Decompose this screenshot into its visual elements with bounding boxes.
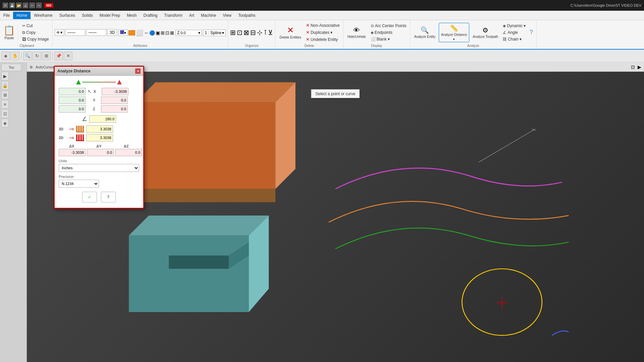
- y-end-input[interactable]: [101, 97, 128, 104]
- point-dropdown[interactable]: ✛ ▾: [55, 29, 64, 36]
- endpoints-icon: ◈: [371, 30, 374, 35]
- dist-2d-input[interactable]: [86, 134, 113, 141]
- org-icon2[interactable]: ⊡: [237, 28, 243, 37]
- attr-icon3: ▣: [156, 30, 160, 36]
- line-width-dropdown[interactable]: ——: [86, 29, 106, 36]
- z-input[interactable]: [180, 31, 197, 35]
- analyze-toolpath-button[interactable]: ⚙ Analyze Toolpath: [471, 25, 500, 40]
- z-start-input[interactable]: [59, 105, 86, 113]
- viewport[interactable]: ⊕ AutoCursor ▾ ⊕ ✛ ⊙ ⊞ ⊡ ▶: [27, 62, 644, 362]
- z-chevron[interactable]: ▾: [198, 31, 200, 35]
- hide-unhide-button[interactable]: 👁 Hide/Unhide: [345, 25, 368, 40]
- cursor-btn5[interactable]: ⊡: [631, 64, 635, 70]
- org-icon7[interactable]: ⊻: [268, 28, 273, 37]
- tb-fit[interactable]: ⊞: [42, 52, 51, 60]
- cut-button[interactable]: ✂ Cut: [21, 23, 50, 29]
- menu-surfaces[interactable]: Surfaces: [56, 12, 78, 19]
- delta-x-input[interactable]: [59, 149, 86, 156]
- tb-pan[interactable]: ✋: [11, 52, 19, 60]
- menu-transform[interactable]: Transform: [161, 12, 186, 19]
- chain-chevron: ▾: [520, 37, 522, 42]
- ok-button[interactable]: ✓: [82, 192, 97, 202]
- precision-select[interactable]: N.1234 N.12 N.123: [59, 180, 99, 188]
- help-button[interactable]: ?: [528, 28, 534, 37]
- org-icon5[interactable]: ⊹: [257, 28, 263, 37]
- line-style-dropdown[interactable]: ——: [65, 29, 85, 36]
- delete-entities-button[interactable]: ✕ Delete Entities: [277, 24, 303, 41]
- menu-art[interactable]: Art: [186, 12, 198, 19]
- analyze-toolpath-icon: ⚙: [482, 26, 488, 34]
- delta-y-input[interactable]: [87, 149, 114, 156]
- display-sub: ⊙ Arc Center Points ◈ Endpoints ⬜ Blank …: [369, 23, 408, 42]
- org-icon1[interactable]: ⊞: [230, 28, 236, 37]
- dialog-titlebar[interactable]: Analyze Distance ✕: [55, 67, 143, 76]
- tb-rotate[interactable]: ↻: [33, 52, 41, 60]
- menu-view[interactable]: View: [219, 12, 235, 19]
- color-btn[interactable]: ▾: [118, 29, 128, 36]
- angle-button[interactable]: ∠ Angle: [501, 29, 527, 36]
- undo-icon[interactable]: ↩: [30, 3, 35, 8]
- tool-icon3[interactable]: ≡: [1, 100, 9, 109]
- copy-image-icon: 🖼: [22, 37, 26, 42]
- undelete-button[interactable]: ✕ Undelete Entity: [305, 36, 341, 43]
- chain-button[interactable]: ⛓ Chain ▾: [501, 36, 527, 42]
- tb-pin[interactable]: 📌: [54, 52, 63, 60]
- hide-icon: 👁: [353, 26, 360, 34]
- non-associative-button[interactable]: ✕ Non-Associative: [305, 22, 341, 28]
- paste-button[interactable]: 📋 Paste: [3, 25, 18, 40]
- tool-icon5[interactable]: ◈: [1, 119, 9, 127]
- tb-select[interactable]: ◈: [1, 52, 10, 60]
- save-icon[interactable]: 💾: [9, 3, 15, 8]
- tb-close[interactable]: ✕: [64, 52, 72, 60]
- cursor-btn6[interactable]: ▶: [638, 64, 641, 70]
- org-icon6[interactable]: ⊺: [264, 28, 267, 37]
- open-icon[interactable]: 📂: [16, 3, 21, 8]
- color2-btn[interactable]: [128, 30, 135, 36]
- copy-image-button[interactable]: 🖼 Copy Image: [21, 36, 50, 42]
- layer-icon[interactable]: ⬜: [136, 29, 143, 37]
- analyze-distance-button[interactable]: 📏 Analyze Distance ▾: [439, 23, 469, 42]
- duplicates-button[interactable]: ✕ Duplicates ▾: [305, 29, 341, 36]
- tool-icon2[interactable]: ⊞: [1, 90, 9, 99]
- analyze-entity-button[interactable]: 🔍 Analyze Entity: [412, 25, 437, 40]
- menu-drafting[interactable]: Drafting: [140, 12, 161, 19]
- endpoints-button[interactable]: ◈ Endpoints: [369, 29, 408, 36]
- print-icon[interactable]: 🖨: [23, 3, 28, 8]
- angle-input[interactable]: [89, 115, 116, 123]
- menu-file[interactable]: File: [0, 12, 13, 19]
- z-coord-row: Z: [59, 105, 139, 113]
- dialog-close-button[interactable]: ✕: [135, 68, 141, 74]
- redo-icon[interactable]: ↪: [36, 3, 42, 8]
- menu-modelprep[interactable]: Model Prep: [96, 12, 123, 19]
- dynamic-button[interactable]: ◈ Dynamic ▾: [501, 23, 527, 29]
- x-start-input[interactable]: [59, 88, 86, 95]
- spline-dropdown[interactable]: 1 : Spline ▾: [203, 29, 226, 36]
- copy-button[interactable]: ⧉ Copy: [21, 29, 50, 36]
- tool-arrow[interactable]: ▶: [1, 72, 9, 80]
- help-dialog-button[interactable]: ?: [101, 192, 116, 202]
- units-select[interactable]: Inches Millimeters: [59, 164, 139, 172]
- menu-home[interactable]: Home: [13, 12, 31, 19]
- org-icon4[interactable]: ⊟: [250, 28, 256, 37]
- menu-wireframe[interactable]: Wireframe: [31, 12, 56, 19]
- z-end-input[interactable]: [101, 105, 128, 113]
- menu-mesh[interactable]: Mesh: [123, 12, 140, 19]
- blank-button[interactable]: ⬜ Blank ▾: [369, 36, 408, 42]
- tb-zoom[interactable]: 🔍: [23, 52, 32, 60]
- menu-machine[interactable]: Machine: [198, 12, 219, 19]
- delta-z-input[interactable]: [115, 149, 142, 156]
- tool-btn1[interactable]: Too: [1, 64, 21, 71]
- y-start-input[interactable]: [59, 97, 86, 104]
- arc-center-points-button[interactable]: ⊙ Arc Center Points: [369, 23, 408, 29]
- tool-icon1[interactable]: 🔒: [1, 81, 9, 90]
- view-3d-btn[interactable]: 3D: [107, 29, 117, 36]
- angle-symbol-icon: ∠: [82, 115, 87, 123]
- distance-visualizer: [59, 80, 139, 84]
- tool-icon4[interactable]: ⊡: [1, 109, 9, 118]
- menu-toolpaths[interactable]: Toolpaths: [235, 12, 259, 19]
- org-icon3[interactable]: ⊠: [244, 28, 249, 37]
- dist-3d-input[interactable]: [86, 125, 113, 133]
- x-end-input[interactable]: [102, 88, 128, 95]
- menu-solids[interactable]: Solids: [78, 12, 96, 19]
- attr-icon5: ⊡: [165, 30, 169, 36]
